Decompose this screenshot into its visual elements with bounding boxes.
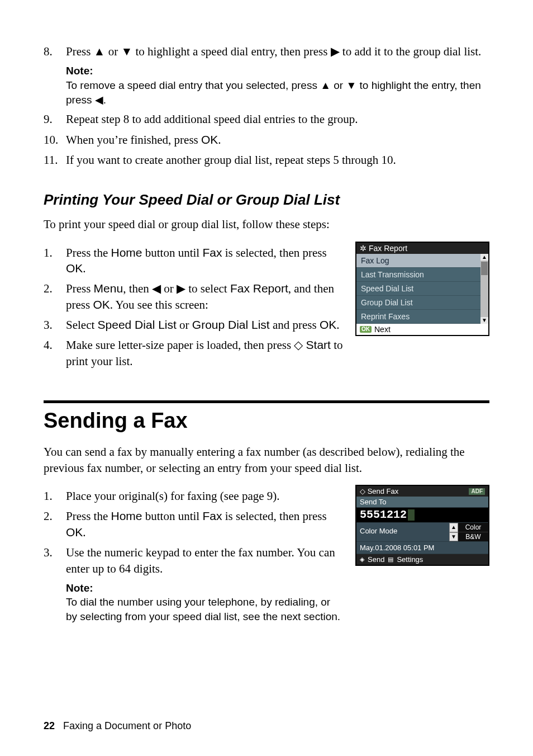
fax-number-field: 5551212 xyxy=(356,508,488,522)
step-body: Place your original(s) for faxing (see p… xyxy=(66,488,344,504)
subsection-intro: To print your speed dial or group dial l… xyxy=(44,216,489,232)
ui-term: OK xyxy=(93,298,110,311)
send-to-label: Send To xyxy=(356,497,488,508)
color-mode-options: Color B&W xyxy=(458,523,488,541)
gear-icon: ✲ xyxy=(360,244,367,252)
step-number: 8. xyxy=(44,44,66,107)
step-body: Use the numeric keypad to enter the fax … xyxy=(66,545,344,624)
ui-term: Home xyxy=(111,246,142,259)
ui-term: Fax xyxy=(202,509,222,522)
step-number: 3. xyxy=(44,317,66,333)
bw-option: B&W xyxy=(458,532,488,541)
cursor-icon xyxy=(408,509,415,521)
page-footer-text: Faxing a Document or Photo xyxy=(63,720,191,731)
step-list-send: 1.Place your original(s) for faxing (see… xyxy=(44,488,344,624)
footer-settings: Settings xyxy=(397,556,423,563)
step-item: 2.Press Menu, then ◀ or ▶ to select Fax … xyxy=(44,281,344,313)
spinner-up-icon: ▲ xyxy=(449,523,458,532)
step-list-print: 1.Press the Home button until Fax is sel… xyxy=(44,245,344,369)
step-item: 3.Use the numeric keypad to enter the fa… xyxy=(44,545,344,624)
send-fax-screen: ◇ Send Fax ADF Send To 5551212 Color Mod… xyxy=(355,485,489,566)
page-footer: 22 Faxing a Document or Photo xyxy=(44,719,191,733)
step-number: 9. xyxy=(44,111,66,127)
ui-term: Speed Dial List xyxy=(98,318,177,331)
step-body: Repeat step 8 to add additional speed di… xyxy=(66,111,489,127)
step-item: 8.Press ▲ or ▼ to highlight a speed dial… xyxy=(44,44,489,107)
step-item: 11.If you want to create another group d… xyxy=(44,152,489,168)
step-number: 11. xyxy=(44,152,66,168)
color-mode-row: Color Mode ▲ ▼ Color B&W xyxy=(356,522,488,542)
subsection-heading: Printing Your Speed Dial or Group Dial L… xyxy=(44,190,489,210)
step-item: 10.When you’re finished, press OK. xyxy=(44,132,489,148)
ui-term: Group Dial List xyxy=(192,318,270,331)
ui-term: OK xyxy=(66,262,83,275)
note-label: Note: xyxy=(66,64,489,78)
step-number: 4. xyxy=(44,337,66,369)
step-number: 1. xyxy=(44,245,66,277)
spinner-down-icon: ▼ xyxy=(449,532,458,542)
diamond-icon: ◇ xyxy=(360,487,365,495)
scrollbar: ▲ ▼ xyxy=(480,254,488,324)
step-number: 3. xyxy=(44,545,66,624)
list-item: Reprint Faxes xyxy=(356,310,480,324)
screen-footer: ◈ Send ▤ Settings xyxy=(356,554,488,565)
down-arrow-icon: ▼ xyxy=(346,79,356,91)
screen-titlebar: ◇ Send Fax ADF xyxy=(356,486,488,497)
step-body: Press ▲ or ▼ to highlight a speed dial e… xyxy=(66,44,489,107)
list-item: Last Transmission xyxy=(356,268,480,282)
step-number: 1. xyxy=(44,488,66,504)
ui-term: OK xyxy=(201,133,218,146)
page-number: 22 xyxy=(44,720,55,731)
ui-term: Menu xyxy=(94,282,123,295)
adf-badge: ADF xyxy=(469,488,485,495)
fax-report-screen: ✲ Fax Report Fax LogLast TransmissionSpe… xyxy=(355,242,489,336)
spinner: ▲ ▼ xyxy=(449,523,458,541)
list-item: Fax Log xyxy=(356,254,480,268)
step-body: Press the Home button until Fax is selec… xyxy=(66,245,344,277)
left-arrow-icon: ◀ xyxy=(95,94,103,106)
step-number: 10. xyxy=(44,132,66,148)
color-mode-label: Color Mode xyxy=(356,523,449,541)
screen-list: Fax LogLast TransmissionSpeed Dial ListG… xyxy=(356,254,480,324)
note-text: To dial the number using your telephone,… xyxy=(66,595,344,623)
ui-term: Start xyxy=(306,338,331,351)
step-item: 4.Make sure letter-size paper is loaded,… xyxy=(44,337,344,369)
note-text: To remove a speed dial entry that you se… xyxy=(66,78,489,107)
ui-term: OK xyxy=(320,318,336,331)
start-diamond-icon: ◇ xyxy=(294,338,303,351)
menu-icon: ▤ xyxy=(388,556,393,563)
section-rule xyxy=(44,400,489,403)
step-body: Make sure letter-size paper is loaded, t… xyxy=(66,337,344,369)
note-label: Note: xyxy=(66,581,344,596)
step-body: Select Speed Dial List or Group Dial Lis… xyxy=(66,317,344,333)
step-number: 2. xyxy=(44,281,66,313)
step-body: Press Menu, then ◀ or ▶ to select Fax Re… xyxy=(66,281,344,313)
ui-term: Fax xyxy=(202,246,222,259)
step-item: 1.Press the Home button until Fax is sel… xyxy=(44,245,344,277)
scroll-down-icon: ▼ xyxy=(480,317,488,324)
ui-term: Home xyxy=(111,509,142,522)
right-arrow-icon: ▶ xyxy=(177,282,185,295)
up-arrow-icon: ▲ xyxy=(94,45,106,58)
step-body: When you’re finished, press OK. xyxy=(66,132,489,148)
ui-term: OK xyxy=(66,526,83,538)
ui-term: Fax Report xyxy=(230,282,288,295)
step-list-top: 8.Press ▲ or ▼ to highlight a speed dial… xyxy=(44,44,489,168)
ok-badge: OK xyxy=(360,326,372,333)
footer-send: Send xyxy=(368,556,384,563)
down-arrow-icon: ▼ xyxy=(121,45,132,58)
screen-title: Fax Report xyxy=(369,244,407,252)
step-number: 2. xyxy=(44,508,66,540)
step-item: 1.Place your original(s) for faxing (see… xyxy=(44,488,344,504)
right-arrow-icon: ▶ xyxy=(331,45,340,58)
step-item: 2.Press the Home button until Fax is sel… xyxy=(44,508,344,540)
step-item: 9.Repeat step 8 to add additional speed … xyxy=(44,111,489,127)
step-item: 3.Select Speed Dial List or Group Dial L… xyxy=(44,317,344,333)
step-body: If you want to create another group dial… xyxy=(66,152,489,168)
section-heading: Sending a Fax xyxy=(44,407,489,435)
step-body: Press the Home button until Fax is selec… xyxy=(66,508,344,540)
screen-footer: OK Next xyxy=(356,324,488,335)
left-arrow-icon: ◀ xyxy=(152,282,161,295)
screen-titlebar: ✲ Fax Report xyxy=(356,243,488,254)
scroll-up-icon: ▲ xyxy=(480,254,488,261)
